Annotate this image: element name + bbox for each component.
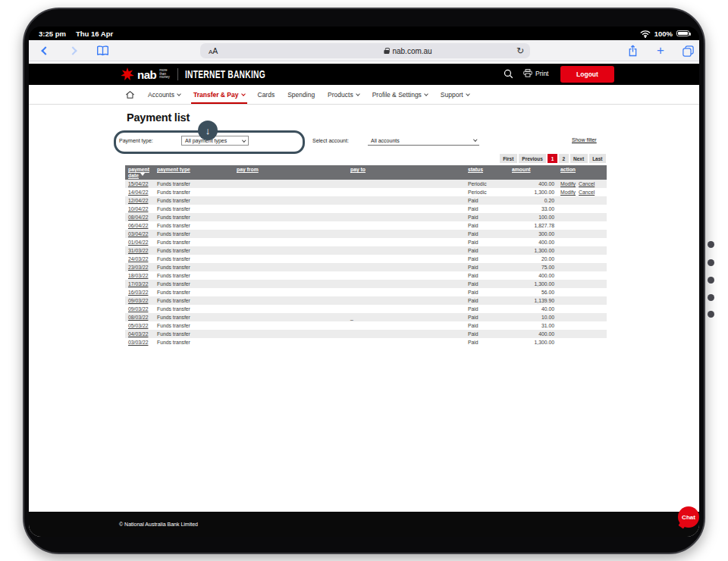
payment-date-link[interactable]: 14/04/22 [128,190,148,195]
bookmarks-button[interactable] [94,40,111,61]
cell-action [557,238,607,246]
cell-pay-to [347,271,465,280]
battery-percent: 100% [654,30,673,38]
payment-date-link[interactable]: 05/03/22 [128,323,148,328]
side-button [708,294,714,301]
reader-button[interactable]: AA [209,46,218,55]
tabs-button[interactable] [679,40,696,61]
payment-date-link[interactable]: 16/03/22 [128,290,148,295]
nab-logo[interactable]: nab more than money [121,64,170,85]
payment-date-link[interactable]: 08/03/22 [128,315,148,320]
back-button[interactable] [38,40,53,61]
logout-button[interactable]: Logout [560,66,614,83]
modify-link[interactable]: Modify [560,181,576,186]
forward-button[interactable] [65,40,80,61]
payment-date-link[interactable]: 15/04/22 [128,181,148,186]
cell-amount: 0.20 [509,196,557,205]
cell-payment-date: 31/03/22 [125,246,154,255]
cell-action [557,288,607,296]
pagination-1[interactable]: 1 [548,154,557,163]
table-row: 05/03/22Funds transferPaid31.00 [125,321,607,330]
nav-item-label: Transfer & Pay [193,91,239,99]
pagination: FirstPrevious12NextLast [500,154,606,163]
payment-date-link[interactable]: 09/03/22 [128,298,148,303]
cell-action [557,313,607,321]
table-row: 03/03/22Funds transferPaid1,300.00 [125,338,607,346]
nav-item-spending[interactable]: Spending [287,85,315,104]
cell-pay-from [234,305,347,313]
payment-date-link[interactable]: 18/03/22 [128,273,148,278]
pagination-2[interactable]: 2 [559,154,569,163]
column-header-payment-type[interactable]: payment type [154,165,234,180]
select-account-select[interactable]: All accounts [368,136,479,146]
cell-pay-to [347,338,465,346]
payment-date-link[interactable]: 03/03/22 [128,340,148,345]
address-bar[interactable]: AA nab.com.au ↻ [200,43,530,58]
column-header-status[interactable]: status [465,165,509,180]
cell-payment-type: Funds transfer [154,338,234,346]
cell-pay-from [234,296,347,305]
cell-status: Periodic [465,188,509,196]
cell-pay-to [347,255,465,263]
column-header-payment-date[interactable]: payment date [125,165,154,180]
cell-payment-date: 24/03/22 [125,255,154,263]
new-tab-button[interactable]: + [652,40,669,61]
payment-type-select[interactable]: All payment types [181,136,249,146]
cell-payment-type: Funds transfer [154,280,234,288]
table-row: 18/03/22Funds transferPaid400.00 [125,271,607,280]
table-row: 31/03/22Funds transferPaid1,300.00 [125,246,607,255]
plus-icon: + [657,43,664,58]
payment-date-link[interactable]: 10/04/22 [128,206,148,212]
pagination-last[interactable]: Last [589,154,606,163]
nav-item-transfer-pay[interactable]: Transfer & Pay [193,85,245,104]
column-header-pay-from[interactable]: pay from [234,165,347,180]
cancel-link[interactable]: Cancel [579,181,595,186]
payment-date-link[interactable]: 17/03/22 [128,281,148,287]
refresh-icon[interactable]: ↻ [516,46,524,55]
pagination-next[interactable]: Next [570,154,588,163]
payment-date-link[interactable]: 04/03/22 [128,331,148,337]
modify-link[interactable]: Modify [560,190,576,195]
pagination-first[interactable]: First [500,154,517,163]
cell-payment-date: 17/03/22 [125,280,154,288]
payment-date-link[interactable]: 12/04/22 [128,198,148,203]
status-time: 3:25 pm [39,30,66,38]
payment-date-link[interactable]: 03/04/22 [128,231,148,237]
column-header-action[interactable]: action [557,165,607,180]
payment-date-link[interactable]: 31/03/22 [128,248,148,253]
nav-item-support[interactable]: Support [441,85,469,104]
nav-item-products[interactable]: Products [328,85,359,104]
cell-status: Paid [465,213,509,221]
bookmarks-icon [96,45,109,56]
column-header-amount[interactable]: amount [509,165,557,180]
cell-payment-type: Funds transfer [154,305,234,313]
pagination-previous[interactable]: Previous [519,154,546,163]
nav-item-cards[interactable]: Cards [258,85,275,104]
nav-home-button[interactable] [125,85,135,104]
cell-payment-date: 06/04/22 [125,221,154,230]
cell-amount: 1,300.00 [509,338,557,346]
table-row: 14/04/22Funds transferPeriodic1,300.00Mo… [125,188,607,196]
share-button[interactable] [625,40,640,61]
cell-amount: 1,139.90 [509,296,557,305]
payment-date-link[interactable]: 01/04/22 [128,240,148,245]
print-button[interactable]: Print [523,69,548,77]
payment-date-link[interactable]: 23/03/22 [128,265,148,270]
cell-amount: 300.00 [509,230,557,238]
payment-date-link[interactable]: 08/04/22 [128,215,148,220]
cell-amount: 10.00 [509,313,557,321]
cell-action [557,338,607,346]
payment-date-link[interactable]: 09/03/22 [128,306,148,312]
payment-date-link[interactable]: 06/04/22 [128,223,148,228]
payment-date-link[interactable]: 24/03/22 [128,256,148,262]
nav-item-profile-settings[interactable]: Profile & Settings [372,85,428,104]
nav-item-accounts[interactable]: Accounts [148,85,180,104]
chat-button[interactable]: Chat [678,506,699,528]
column-header-pay-to[interactable]: pay to [347,165,465,180]
cancel-link[interactable]: Cancel [579,190,595,195]
cell-pay-from [234,196,347,205]
search-button[interactable] [504,69,513,79]
print-label: Print [535,70,548,77]
forward-icon [68,46,77,55]
show-filter-link[interactable]: Show filter [572,137,597,143]
